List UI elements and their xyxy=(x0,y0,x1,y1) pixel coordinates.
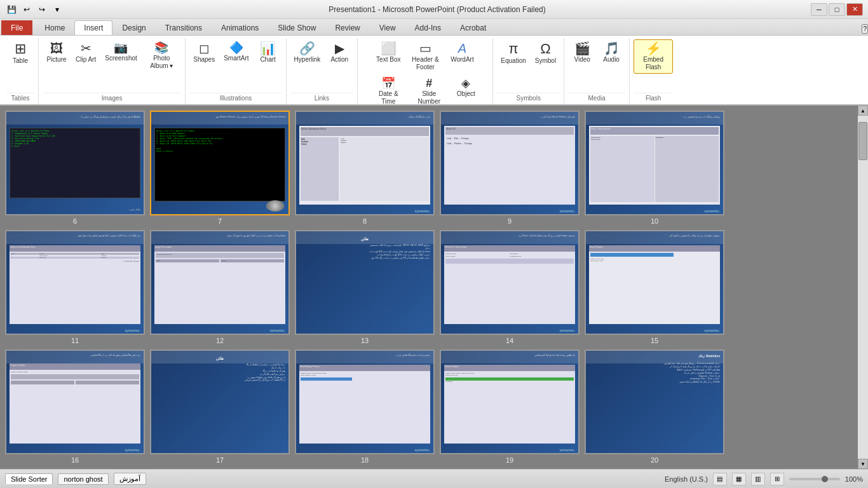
slide-thumb-7[interactable]: Norton Ghost و Ghost منو رد ادتبا .دوشیم… xyxy=(150,111,290,215)
slide-thumb-10[interactable]: رواشم راتفگ اب یدیدج هحفص رد ... Ghost -… xyxy=(585,111,724,215)
slide-item-15[interactable]: دیمهف دهاوخ ار ندرک پوکاب یاه هوش زا لوص… xyxy=(585,230,724,344)
tab-slideshow[interactable]: Slide Show xyxy=(268,20,325,35)
slideshow-view-btn[interactable]: ⊞ xyxy=(770,473,784,485)
chart-btn[interactable]: 📊 Chart xyxy=(254,39,282,66)
slide-thumb-15[interactable]: دیمهف دهاوخ ار ندرک پوکاب یاه هوش زا لوص… xyxy=(585,230,724,335)
slide-sorter-tab[interactable]: Slide Sorter xyxy=(5,473,53,484)
title-bar: 💾 ↩ ↪ ▾ Presentation1 - Microsoft PowerP… xyxy=(0,0,868,19)
slide-item-10[interactable]: رواشم راتفگ اب یدیدج هحفص رد ... Ghost -… xyxy=(585,111,724,225)
shapes-btn[interactable]: ◻ Shapes xyxy=(189,39,219,66)
tab-insert[interactable]: Insert xyxy=(74,20,112,35)
slide-item-11[interactable]: ندز کیلک اب تسا ناکما .دوشیم داجیا هدنهد… xyxy=(5,230,145,344)
customize-quick-btn[interactable]: ▾ xyxy=(51,3,64,16)
maximize-btn[interactable]: □ xyxy=(829,3,845,16)
save-quick-btn[interactable]: 💾 xyxy=(5,3,18,16)
slide-item-18[interactable]: دشیم رادیدپ هدنزیگنا هیاس یارب Ghost Bac… xyxy=(295,349,435,464)
slide-item-9[interactable]: نتفر هار Ghost Norton یارجا یارب Ghost 1… xyxy=(440,111,580,225)
equation-btn[interactable]: π Equation xyxy=(497,39,529,67)
textbox-label: Text Box xyxy=(376,56,400,64)
status-bar: Slide Sorter norton ghost آموزش English … xyxy=(0,469,868,488)
audio-label: Audio xyxy=(603,56,620,64)
ribbon-help-btn[interactable]: ? xyxy=(862,24,868,34)
slide-num-8: 8 xyxy=(363,217,367,225)
vertical-scrollbar[interactable]: ▲ ▼ xyxy=(858,105,868,469)
audio-btn[interactable]: 🎵 Audio xyxy=(597,39,625,66)
slide-thumb-8[interactable]: نیا رد نارگناباتک نتشاد... Norton Operat… xyxy=(295,111,435,215)
slide-thumb-6[interactable]: یاملاطلا ادتعی وا نا رداق هدوب و هرامش ه… xyxy=(5,111,145,215)
ribbon-tab-bar: File Home Insert Design Transitions Anim… xyxy=(0,19,868,36)
photoalbum-btn[interactable]: 📚 Photo Album ▾ xyxy=(142,39,181,72)
slide-sorter-view-btn[interactable]: ▦ xyxy=(732,473,746,485)
symbol-btn[interactable]: Ω Symbol xyxy=(531,39,560,67)
slide-item-17[interactable]: :هکن :تسا نیا ًاعمج رد ،دنیابیم ار تاعلط… xyxy=(150,349,290,464)
tab-animations[interactable]: Animations xyxy=(212,20,268,35)
close-btn[interactable]: ✕ xyxy=(846,3,863,16)
minimize-btn[interactable]: ─ xyxy=(811,3,827,16)
equation-icon: π xyxy=(508,42,518,56)
tab-review[interactable]: Review xyxy=(325,20,369,35)
video-label: Video xyxy=(574,56,590,64)
slide-thumb-18[interactable]: دشیم رادیدپ هدنزیگنا هیاس یارب Ghost Bac… xyxy=(295,349,435,454)
slide-thumb-9[interactable]: نتفر هار Ghost Norton یارجا یارب Ghost 1… xyxy=(440,111,580,215)
tab-home[interactable]: Home xyxy=(35,20,74,35)
scroll-track[interactable] xyxy=(858,116,868,459)
tab-addins[interactable]: Add-Ins xyxy=(405,20,451,35)
slide-item-12[interactable]: هدافتسا اب دهاوخ زاب و دز کیلک لمع یور ا… xyxy=(150,230,290,344)
scroll-down-btn[interactable]: ▼ xyxy=(858,459,868,469)
slide-thumb-16[interactable]: :یم نشن هاگشیامن تمیق یاه کلب رد ار هاگش… xyxy=(5,349,145,454)
tab-file[interactable]: File xyxy=(1,20,32,35)
slide-item-16[interactable]: :یم نشن هاگشیامن تمیق یاه کلب رد ار هاگش… xyxy=(5,349,145,464)
action-btn[interactable]: ▶ Action xyxy=(325,39,353,66)
slide-thumb-19[interactable]: یاه هیلاور ریما نتشاد یاه هراشا کیتسیتات… xyxy=(440,349,580,454)
scroll-thumb[interactable] xyxy=(858,122,867,160)
chart-label: Chart xyxy=(260,56,275,64)
smartart-btn[interactable]: 🔷 SmartArt xyxy=(220,39,252,65)
slide-thumb-12[interactable]: هدافتسا اب دهاوخ زاب و دز کیلک لمع یور ا… xyxy=(150,230,290,335)
scroll-up-btn[interactable]: ▲ xyxy=(858,105,868,116)
wordart-btn[interactable]: A WordArt xyxy=(446,39,478,66)
slide-num-10: 10 xyxy=(651,217,658,225)
slide-item-8[interactable]: نیا رد نارگناباتک نتشاد... Norton Operat… xyxy=(295,111,435,225)
slide-thumb-11[interactable]: ندز کیلک اب تسا ناکما .دوشیم داجیا هدنهد… xyxy=(5,230,145,335)
screenshot-btn[interactable]: 📷 Screenshot xyxy=(101,39,140,65)
zoom-slider[interactable] xyxy=(789,478,840,480)
tab-view[interactable]: View xyxy=(370,20,405,35)
textbox-btn[interactable]: ⬜ Text Box xyxy=(372,39,404,66)
slide-thumb-20[interactable]: Statistics :رداک .دراد Percent complete … xyxy=(585,349,724,454)
slide-num-12: 12 xyxy=(216,337,224,344)
slide-thumb-17[interactable]: :هکن :تسا نیا ًاعمج رد ،دنیابیم ار تاعلط… xyxy=(150,349,290,454)
picture-btn[interactable]: 🖼 Picture xyxy=(43,39,71,66)
normal-view-btn[interactable]: ▤ xyxy=(713,473,727,485)
slide-item-6[interactable]: یاملاطلا ادتعی وا نا رداق هدوب و هرامش ه… xyxy=(5,111,145,225)
slide-item-7[interactable]: Norton Ghost و Ghost منو رد ادتبا .دوشیم… xyxy=(150,111,290,225)
video-btn[interactable]: 🎬 Video xyxy=(568,39,596,66)
tab-design[interactable]: Design xyxy=(112,20,155,35)
hyperlink-btn[interactable]: 🔗 Hyperlink xyxy=(290,39,325,66)
undo-quick-btn[interactable]: ↩ xyxy=(20,3,33,16)
embedflash-btn[interactable]: ⚡ Embed Flash xyxy=(634,39,673,74)
tab-transitions[interactable]: Transitions xyxy=(156,20,212,35)
headerfooter-btn[interactable]: ▭ Header & Footer xyxy=(405,39,445,74)
slide-item-13[interactable]: :هکن یم لمع FAT32 ،FAT16 ،FAT8 :ینابیتشپ… xyxy=(295,230,435,344)
slide-thumb-13[interactable]: :هکن یم لمع FAT32 ،FAT16 ،FAT8 :ینابیتشپ… xyxy=(295,230,435,335)
slide-num-16: 16 xyxy=(71,456,79,464)
arabic-tab[interactable]: آموزش xyxy=(114,473,146,485)
slide-num-18: 18 xyxy=(361,456,369,464)
slidenumber-btn[interactable]: # Slide Number xyxy=(409,75,449,105)
clipart-btn[interactable]: ✂ Clip Art xyxy=(72,39,100,66)
equation-label: Equation xyxy=(501,57,526,65)
slide-sorter-panel[interactable]: یاملاطلا ادتعی وا نا رداق هدوب و هرامش ه… xyxy=(0,105,858,469)
norton-ghost-tab[interactable]: norton ghost xyxy=(58,473,108,485)
slide-item-14[interactable]: یم هیت Image هیا رد ربراک هب یفاضا یاه ک… xyxy=(440,230,580,344)
reading-view-btn[interactable]: ▥ xyxy=(751,473,765,485)
tab-acrobat[interactable]: Acrobat xyxy=(451,20,496,35)
object-btn[interactable]: ◈ Object xyxy=(450,75,482,100)
slide-item-20[interactable]: Statistics :رداک .دراد Percent complete … xyxy=(585,349,724,464)
slide-item-19[interactable]: یاه هیلاور ریما نتشاد یاه هراشا کیتسیتات… xyxy=(440,349,580,464)
datetime-btn[interactable]: 📅 Date & Time xyxy=(369,75,408,105)
redo-quick-btn[interactable]: ↪ xyxy=(36,3,48,16)
slide-thumb-14[interactable]: یم هیت Image هیا رد ربراک هب یفاضا یاه ک… xyxy=(440,230,580,335)
photoalbum-icon: 📚 xyxy=(154,42,168,53)
zoom-slider-thumb[interactable] xyxy=(822,476,828,482)
table-btn[interactable]: ⊞ Table xyxy=(6,39,34,67)
